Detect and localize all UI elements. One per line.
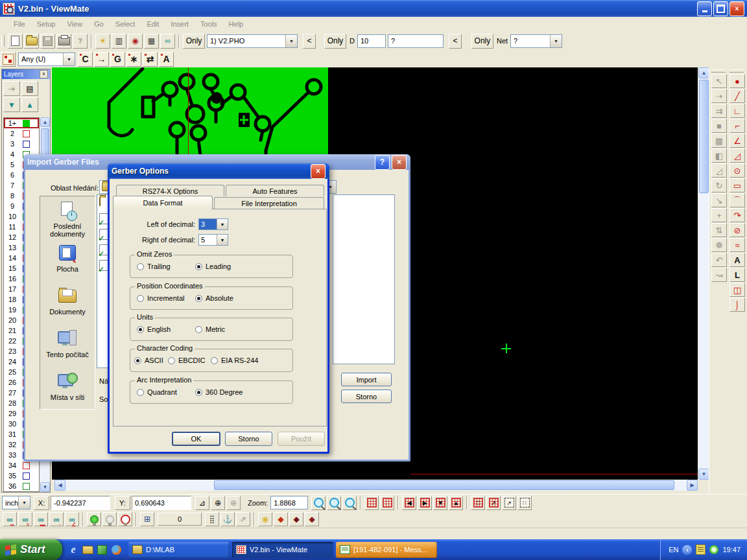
gerber-cancel-button[interactable]: Storno [225,432,272,446]
component-c-button[interactable]: C [78,52,93,67]
scroll-down-button[interactable]: ▼ [698,469,709,480]
rectangle-tool-icon[interactable]: ▭ [729,178,745,192]
layer-color-swatch[interactable] [23,483,30,490]
anchor-button[interactable]: ⚓ [220,512,235,526]
radio-option-ascii[interactable]: ASCII [134,356,163,364]
radio-option-incremental[interactable]: Incremental [137,294,184,302]
lasso-tool-icon[interactable]: ↝ [711,268,727,282]
start-button[interactable]: Start [0,539,62,560]
import-cancel-button[interactable]: Storno [341,390,392,403]
locate-flash-button[interactable]: ☀ [95,34,110,49]
pan-right-button[interactable]: ▶ [418,496,432,510]
language-indicator[interactable]: EN [669,546,678,554]
layer-row[interactable]: 34 [4,460,39,471]
chevron-down-icon[interactable]: ▼ [217,235,228,245]
gerber-dialog-titlebar[interactable]: Gerber Options × [108,163,329,179]
show-desktop-icon[interactable] [82,544,93,555]
layer-row[interactable]: 1+ [4,118,39,128]
filter-combo[interactable]: Any (U) ▼ [18,52,75,66]
star-select-button[interactable]: ∗ [126,52,141,67]
layer-row[interactable]: 36 [4,481,39,491]
tab-auto-features[interactable]: Auto Features [226,185,324,196]
layer-row[interactable]: 3 [4,139,39,149]
menu-setup[interactable]: Setup [31,19,62,29]
select-region-button[interactable]: ◆ [305,512,319,526]
menu-select[interactable]: Select [110,19,141,29]
menu-view[interactable]: View [61,19,88,29]
menu-tools[interactable]: Tools [195,19,223,29]
snap-grid-button[interactable]: ⣿ [205,512,219,526]
horizontal-scroll-thumb[interactable] [214,480,674,490]
layer-color-swatch[interactable] [23,120,30,127]
maximize-button[interactable] [713,1,728,16]
net-combo[interactable]: ? ▼ [510,34,562,48]
triangle-tool-icon[interactable]: ◿ [729,148,745,163]
layer-swap-tool-icon[interactable]: ⇅ [711,223,727,237]
radio-option-leading[interactable]: Leading [195,262,231,270]
menu-edit[interactable]: Edit [141,19,165,29]
highlight-outline-button[interactable] [118,512,132,526]
gerber-close-button[interactable]: × [311,164,326,179]
open-file-button[interactable] [24,34,39,49]
messenger-tray-icon[interactable] [709,545,718,554]
measure-button[interactable]: ∞ [160,34,175,49]
place-posledni-dokumenty[interactable]: Poslední dokumenty [40,202,95,238]
goto-arrow-button[interactable]: → [94,52,109,67]
label-tool-icon[interactable]: L [729,268,745,282]
layer-down-button[interactable]: ▼ [3,97,20,112]
stretch-select-button[interactable]: ↗ [502,496,516,510]
radio-option-metric[interactable]: Metric [195,325,225,333]
notes-tray-icon[interactable] [696,544,706,555]
layer-list-button[interactable]: ▤ [21,81,38,96]
highlight-on-button[interactable] [87,512,101,526]
tray-collapse-icon[interactable]: ‹ [682,545,692,555]
place-plocha[interactable]: Plocha [40,244,95,273]
zoom-tool-button[interactable] [311,496,326,510]
angle-tool-icon[interactable]: ∠ [729,134,745,148]
dcode-count-box[interactable]: 0 [158,513,202,526]
grid-setup-button[interactable] [364,496,379,510]
polyline-tool-icon[interactable]: ∟ [729,104,745,118]
unit-combo[interactable]: inch ▼ [2,496,30,509]
arc-tool-icon[interactable]: ⌒ [729,193,745,207]
right-of-decimal-combo[interactable]: 5 ▼ [198,234,228,246]
radio-option-absolute[interactable]: Absolute [195,294,233,302]
task-message[interactable]: [191-482-091] - Mess... [336,542,437,558]
hatch-fill-tool-icon[interactable]: ▦ [711,134,727,148]
pan-up-button[interactable]: ▲ [449,496,463,510]
save-file-button[interactable] [40,34,55,49]
app-titlebar[interactable]: V2.bin - ViewMate × [0,0,747,17]
place-dokumenty[interactable]: Dokumenty [40,287,95,316]
view-lines-button[interactable]: ∞≡ [18,512,32,526]
send-layer-button[interactable]: ⇥ [3,81,20,96]
layer-color-swatch[interactable] [23,472,30,480]
scale-tool-icon[interactable]: ↘ [711,193,727,207]
import-button[interactable]: Import [341,373,392,386]
palette-grip[interactable] [729,69,744,73]
view-angle-button[interactable]: ∞∠ [65,512,79,526]
chevron-down-icon[interactable]: ▼ [18,496,30,509]
pad-tool-icon[interactable]: ● [729,74,745,88]
menu-file[interactable]: File [8,19,31,29]
import-close-button[interactable]: × [392,155,407,170]
task-viewmate[interactable]: V2.bin - ViewMate [232,542,333,558]
radio-option-ebcdic[interactable]: EBCDIC [168,356,206,364]
only-layer-button[interactable]: Only [183,34,205,49]
scroll-left-button[interactable]: ◀ [54,480,65,491]
menu-help[interactable]: Help [223,19,250,29]
select-tool-icon[interactable]: ↖ [711,74,727,88]
layer-color-swatch[interactable] [23,462,30,469]
layer-combo[interactable]: 1) V2.PHO ▼ [207,34,298,48]
close-button[interactable]: × [729,1,744,16]
select-flash-button[interactable]: ◉ [258,512,272,526]
layer-row[interactable]: 35 [4,471,39,481]
view-draws-button[interactable]: ∞•• [3,512,17,526]
tab-rs274x-options[interactable]: RS274-X Options [116,185,224,196]
vector-path-button[interactable]: ⇗ [236,512,250,526]
dimension-tool-icon[interactable]: ◫ [729,283,745,297]
chevron-down-icon[interactable]: ▼ [63,53,75,65]
undo-tool-icon[interactable]: ↶ [711,253,727,267]
horizontal-scrollbar[interactable]: ◀ ▶ [54,480,698,491]
book-app-icon[interactable] [96,544,108,555]
rotate-tool-icon[interactable]: ↻ [711,178,727,192]
